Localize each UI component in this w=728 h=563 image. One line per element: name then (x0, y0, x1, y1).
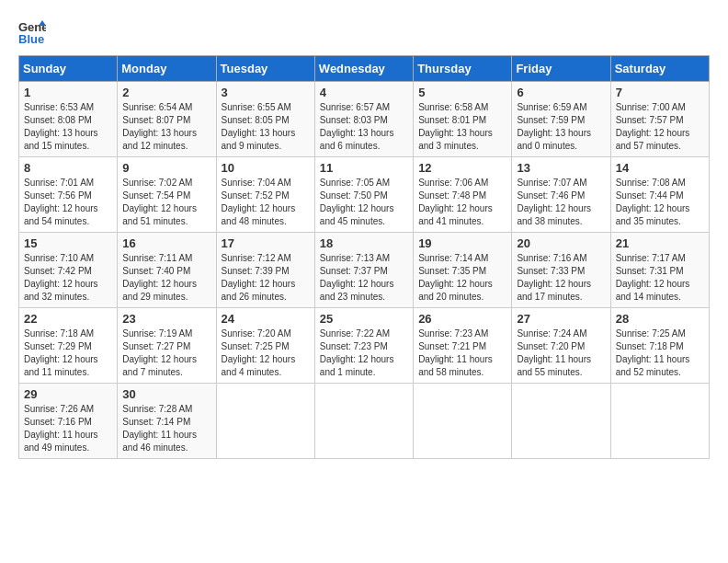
day-number: 17 (222, 236, 310, 250)
day-info: Sunrise: 6:53 AM Sunset: 8:08 PM Dayligh… (24, 101, 112, 153)
calendar-cell: 21Sunrise: 7:17 AM Sunset: 7:31 PM Dayli… (610, 233, 709, 308)
day-number: 5 (418, 86, 506, 99)
day-of-week-header: Friday (512, 56, 610, 82)
calendar-cell: 8Sunrise: 7:01 AM Sunset: 7:56 PM Daylig… (19, 157, 118, 233)
day-number: 23 (122, 312, 210, 326)
calendar-cell: 3Sunrise: 6:55 AM Sunset: 8:05 PM Daylig… (216, 82, 314, 157)
day-number: 14 (616, 161, 704, 175)
calendar-cell: 19Sunrise: 7:14 AM Sunset: 7:35 PM Dayli… (414, 233, 512, 308)
day-info: Sunrise: 7:20 AM Sunset: 7:25 PM Dayligh… (222, 327, 310, 379)
day-number: 13 (517, 161, 605, 175)
calendar-week-row: 22Sunrise: 7:18 AM Sunset: 7:29 PM Dayli… (19, 308, 710, 384)
day-info: Sunrise: 7:28 AM Sunset: 7:14 PM Dayligh… (122, 403, 210, 454)
day-info: Sunrise: 7:24 AM Sunset: 7:20 PM Dayligh… (517, 327, 605, 379)
day-number: 6 (517, 86, 605, 99)
day-info: Sunrise: 7:00 AM Sunset: 7:57 PM Dayligh… (616, 101, 704, 153)
day-number: 24 (222, 312, 310, 326)
calendar-cell: 10Sunrise: 7:04 AM Sunset: 7:52 PM Dayli… (216, 157, 314, 233)
day-info: Sunrise: 7:19 AM Sunset: 7:27 PM Dayligh… (122, 327, 210, 379)
day-info: Sunrise: 7:25 AM Sunset: 7:18 PM Dayligh… (616, 327, 704, 379)
calendar-cell (216, 384, 314, 459)
day-info: Sunrise: 6:55 AM Sunset: 8:05 PM Dayligh… (222, 101, 310, 153)
day-info: Sunrise: 7:12 AM Sunset: 7:39 PM Dayligh… (222, 252, 310, 304)
header: General Blue (18, 18, 710, 46)
day-number: 22 (24, 312, 112, 326)
calendar-cell: 12Sunrise: 7:06 AM Sunset: 7:48 PM Dayli… (414, 157, 512, 233)
day-number: 20 (517, 236, 605, 250)
calendar-cell (414, 384, 512, 459)
day-info: Sunrise: 7:16 AM Sunset: 7:33 PM Dayligh… (517, 252, 605, 304)
day-number: 29 (24, 387, 112, 401)
calendar-week-row: 15Sunrise: 7:10 AM Sunset: 7:42 PM Dayli… (19, 233, 710, 308)
calendar-cell: 7Sunrise: 7:00 AM Sunset: 7:57 PM Daylig… (610, 82, 709, 157)
day-info: Sunrise: 7:02 AM Sunset: 7:54 PM Dayligh… (122, 177, 210, 228)
calendar-cell: 2Sunrise: 6:54 AM Sunset: 8:07 PM Daylig… (118, 82, 216, 157)
day-of-week-header: Thursday (414, 56, 512, 82)
calendar-week-row: 1Sunrise: 6:53 AM Sunset: 8:08 PM Daylig… (19, 82, 710, 157)
day-number: 1 (24, 86, 112, 99)
day-info: Sunrise: 7:07 AM Sunset: 7:46 PM Dayligh… (517, 177, 605, 228)
day-info: Sunrise: 6:58 AM Sunset: 8:01 PM Dayligh… (418, 101, 506, 153)
day-info: Sunrise: 7:08 AM Sunset: 7:44 PM Dayligh… (616, 177, 704, 228)
calendar-cell: 6Sunrise: 6:59 AM Sunset: 7:59 PM Daylig… (512, 82, 610, 157)
day-of-week-header: Wednesday (314, 56, 413, 82)
day-info: Sunrise: 7:11 AM Sunset: 7:40 PM Dayligh… (122, 252, 210, 304)
calendar-cell (610, 384, 709, 459)
day-info: Sunrise: 6:54 AM Sunset: 8:07 PM Dayligh… (122, 101, 210, 153)
day-of-week-header: Sunday (19, 56, 118, 82)
calendar-cell: 11Sunrise: 7:05 AM Sunset: 7:50 PM Dayli… (314, 157, 413, 233)
day-of-week-header: Monday (118, 56, 216, 82)
day-number: 15 (24, 236, 112, 250)
day-info: Sunrise: 7:18 AM Sunset: 7:29 PM Dayligh… (24, 327, 112, 379)
day-number: 10 (222, 161, 310, 175)
calendar-cell: 15Sunrise: 7:10 AM Sunset: 7:42 PM Dayli… (19, 233, 118, 308)
day-number: 26 (418, 312, 506, 326)
day-of-week-row: SundayMondayTuesdayWednesdayThursdayFrid… (19, 56, 710, 82)
day-number: 28 (616, 312, 704, 326)
calendar-cell: 25Sunrise: 7:22 AM Sunset: 7:23 PM Dayli… (314, 308, 413, 384)
day-info: Sunrise: 7:10 AM Sunset: 7:42 PM Dayligh… (24, 252, 112, 304)
calendar-body: 1Sunrise: 6:53 AM Sunset: 8:08 PM Daylig… (19, 82, 710, 459)
calendar-cell: 20Sunrise: 7:16 AM Sunset: 7:33 PM Dayli… (512, 233, 610, 308)
day-number: 18 (320, 236, 408, 250)
calendar-cell: 18Sunrise: 7:13 AM Sunset: 7:37 PM Dayli… (314, 233, 413, 308)
calendar-cell (314, 384, 413, 459)
logo: General Blue (18, 18, 50, 46)
calendar-cell: 30Sunrise: 7:28 AM Sunset: 7:14 PM Dayli… (118, 384, 216, 459)
calendar-cell: 23Sunrise: 7:19 AM Sunset: 7:27 PM Dayli… (118, 308, 216, 384)
svg-text:Blue: Blue (18, 32, 44, 46)
day-info: Sunrise: 7:26 AM Sunset: 7:16 PM Dayligh… (24, 403, 112, 454)
day-info: Sunrise: 7:05 AM Sunset: 7:50 PM Dayligh… (320, 177, 408, 228)
logo-icon: General Blue (18, 18, 46, 46)
day-info: Sunrise: 6:57 AM Sunset: 8:03 PM Dayligh… (320, 101, 408, 153)
day-number: 16 (122, 236, 210, 250)
day-info: Sunrise: 7:22 AM Sunset: 7:23 PM Dayligh… (320, 327, 408, 379)
day-number: 8 (24, 161, 112, 175)
day-info: Sunrise: 7:04 AM Sunset: 7:52 PM Dayligh… (222, 177, 310, 228)
calendar-week-row: 29Sunrise: 7:26 AM Sunset: 7:16 PM Dayli… (19, 384, 710, 459)
calendar-cell: 26Sunrise: 7:23 AM Sunset: 7:21 PM Dayli… (414, 308, 512, 384)
day-of-week-header: Saturday (610, 56, 709, 82)
calendar-table: SundayMondayTuesdayWednesdayThursdayFrid… (18, 55, 710, 459)
calendar-cell: 16Sunrise: 7:11 AM Sunset: 7:40 PM Dayli… (118, 233, 216, 308)
calendar-cell: 22Sunrise: 7:18 AM Sunset: 7:29 PM Dayli… (19, 308, 118, 384)
day-info: Sunrise: 7:06 AM Sunset: 7:48 PM Dayligh… (418, 177, 506, 228)
calendar-cell: 9Sunrise: 7:02 AM Sunset: 7:54 PM Daylig… (118, 157, 216, 233)
calendar-week-row: 8Sunrise: 7:01 AM Sunset: 7:56 PM Daylig… (19, 157, 710, 233)
day-info: Sunrise: 7:01 AM Sunset: 7:56 PM Dayligh… (24, 177, 112, 228)
day-number: 12 (418, 161, 506, 175)
day-number: 21 (616, 236, 704, 250)
calendar-cell: 29Sunrise: 7:26 AM Sunset: 7:16 PM Dayli… (19, 384, 118, 459)
day-number: 2 (122, 86, 210, 99)
calendar-cell: 1Sunrise: 6:53 AM Sunset: 8:08 PM Daylig… (19, 82, 118, 157)
calendar-cell: 27Sunrise: 7:24 AM Sunset: 7:20 PM Dayli… (512, 308, 610, 384)
day-number: 25 (320, 312, 408, 326)
day-number: 3 (222, 86, 310, 99)
day-info: Sunrise: 7:13 AM Sunset: 7:37 PM Dayligh… (320, 252, 408, 304)
day-info: Sunrise: 7:23 AM Sunset: 7:21 PM Dayligh… (418, 327, 506, 379)
calendar-cell: 14Sunrise: 7:08 AM Sunset: 7:44 PM Dayli… (610, 157, 709, 233)
day-number: 11 (320, 161, 408, 175)
day-info: Sunrise: 7:17 AM Sunset: 7:31 PM Dayligh… (616, 252, 704, 304)
day-number: 30 (122, 387, 210, 401)
calendar-cell: 24Sunrise: 7:20 AM Sunset: 7:25 PM Dayli… (216, 308, 314, 384)
